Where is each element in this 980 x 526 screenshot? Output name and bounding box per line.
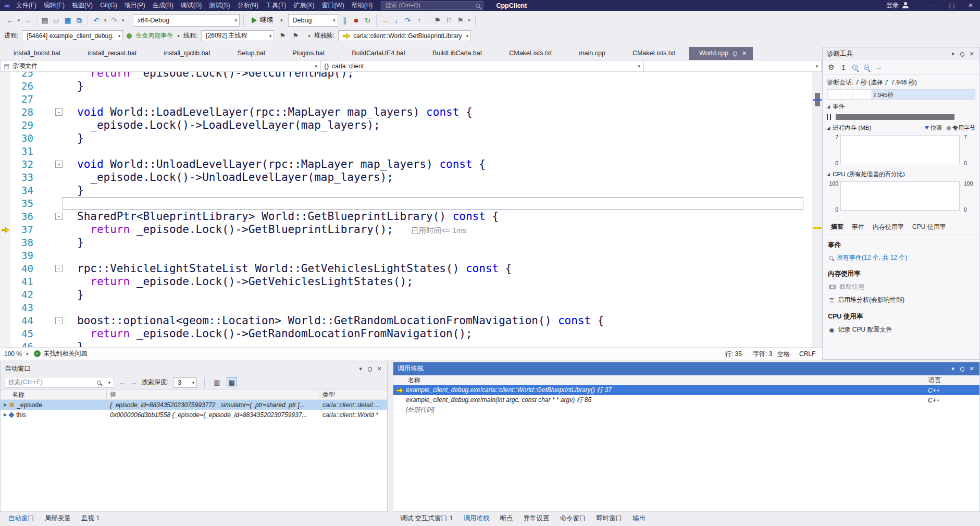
autos-search-input[interactable]: 搜索(Ctrl+E) (5, 377, 114, 388)
bookmark-next-icon[interactable]: ⚑ (455, 15, 466, 26)
redo-icon[interactable]: ↷ (108, 15, 120, 26)
right-pane-tab[interactable]: 断点 (494, 512, 518, 525)
chevron-down-icon[interactable] (173, 33, 180, 39)
take-snapshot-button[interactable]: 截取快照 (823, 280, 979, 293)
document-tab[interactable]: CMakeLists.txt (495, 47, 565, 60)
diagnostics-tab[interactable]: 摘要 (827, 221, 848, 235)
menu-item[interactable]: 分析(N) (233, 0, 262, 11)
cpu-chart[interactable]: 100 0 100 0 (827, 180, 975, 214)
export-icon[interactable]: ↥ (841, 64, 847, 71)
menu-item[interactable]: Git(G) (96, 0, 121, 11)
step-out-icon[interactable]: ↑ (414, 15, 425, 26)
new-file-icon[interactable]: ▤ (39, 15, 51, 26)
chevron-down-icon[interactable] (265, 33, 272, 39)
flag-threads-icon[interactable] (278, 32, 287, 40)
expand-arrow-icon[interactable]: ▶ (4, 402, 7, 407)
search-next-icon[interactable]: → (130, 378, 137, 386)
events-bar[interactable] (836, 114, 954, 120)
window-position-icon[interactable]: ▾ (356, 365, 365, 372)
code-editor[interactable]: 25 return _episode.Lock()->GetCurrentMap… (0, 72, 822, 347)
menu-item[interactable]: 扩展(X) (290, 0, 318, 11)
menu-item[interactable]: 项目(P) (121, 0, 149, 11)
line-number[interactable]: 29 (10, 119, 41, 132)
chevron-down-icon[interactable] (462, 33, 469, 39)
undo-icon[interactable]: ↶ (91, 15, 102, 26)
bookmark-icon[interactable]: ⚑ (432, 15, 443, 26)
pin-icon[interactable] (365, 366, 375, 372)
document-tab[interactable]: main.cpp (565, 47, 619, 60)
thread-dropdown[interactable]: [26092] 主线程 (201, 30, 274, 41)
line-number[interactable]: 41 (10, 275, 41, 288)
document-tab[interactable]: install_boost.bat (0, 47, 74, 60)
collapse-region-icon[interactable]: - (55, 317, 63, 324)
memory-chart-plot[interactable] (840, 135, 960, 164)
chevron-down-icon[interactable] (304, 33, 311, 39)
diagnostics-tab[interactable]: CPU 使用率 (908, 221, 950, 235)
pin-icon[interactable] (732, 51, 738, 56)
step-into-icon[interactable]: ↓ (391, 15, 402, 26)
column-header-language[interactable]: 语言 (925, 376, 979, 385)
search-prev-icon[interactable]: ← (119, 378, 126, 386)
line-number[interactable]: 38 (10, 236, 41, 249)
configuration-dropdown[interactable]: x64-Debug (133, 14, 240, 27)
search-icon[interactable] (97, 381, 101, 385)
close-icon[interactable]: ✕ (967, 365, 976, 372)
debug-profile-dropdown[interactable]: Debug (288, 14, 338, 27)
cpu-chart-plot[interactable] (840, 181, 960, 211)
menu-item[interactable]: 生成(B) (149, 0, 177, 11)
stack-frame-row[interactable]: example_client_debug.exe!main(int argc, … (393, 395, 979, 405)
dropdown-icon[interactable]: ▾ (466, 15, 473, 26)
pause-icon[interactable]: ∥ (339, 15, 351, 26)
show-flagged-threads-icon[interactable] (291, 32, 300, 40)
left-pane-tab[interactable]: 局部变量 (40, 512, 76, 525)
search-icon[interactable] (476, 4, 480, 8)
line-number[interactable]: 46 (10, 340, 41, 347)
right-pane-tab[interactable]: 即时窗口 (591, 512, 627, 525)
chevron-down-icon[interactable] (311, 64, 317, 69)
collapse-region-icon[interactable]: - (55, 265, 63, 272)
right-pane-tab[interactable]: 命令窗口 (554, 512, 591, 525)
memory-chart[interactable]: 7 0 7 0 (827, 134, 975, 167)
step-over-icon[interactable]: ↷ (402, 15, 414, 26)
menu-item[interactable]: 调试(D) (177, 0, 206, 11)
events-section-header[interactable]: 事件 (823, 100, 979, 112)
line-number[interactable]: 36 (10, 210, 41, 223)
line-number[interactable]: 25 (10, 72, 41, 80)
collapse-region-icon[interactable]: - (55, 213, 63, 220)
line-number[interactable]: 30 (10, 132, 41, 145)
reset-view-icon[interactable]: ⇔ (875, 64, 882, 71)
member-dropdown[interactable] (643, 60, 822, 72)
document-tab[interactable]: Plugins.bat (279, 47, 338, 60)
right-pane-tab[interactable]: 调用堆栈 (458, 512, 494, 525)
document-tab[interactable]: install_recast.bat (74, 47, 150, 60)
show-next-statement-icon[interactable]: → (379, 15, 391, 26)
stack-frame-dropdown[interactable]: carla::client::World::GetBlueprintLibrar… (338, 30, 471, 41)
left-pane-tab[interactable]: 监视 1 (76, 512, 105, 525)
column-header-value[interactable]: 值 (107, 390, 319, 399)
right-pane-tab[interactable]: 异常设置 (518, 512, 554, 525)
line-number[interactable]: 26 (10, 80, 41, 93)
line-number[interactable]: 42 (10, 288, 41, 301)
line-number[interactable]: 43 (10, 301, 41, 314)
line-number[interactable]: 28 (10, 106, 41, 119)
restart-icon[interactable]: ↻ (362, 15, 374, 26)
line-number[interactable]: 27 (10, 93, 41, 106)
column-header-name[interactable]: 名称 (393, 376, 925, 385)
menu-item[interactable]: 工具(T) (262, 0, 290, 11)
all-events-link[interactable]: 所有事件(12 个, 共 12 个) (823, 252, 979, 264)
pin-icon[interactable] (958, 366, 967, 372)
document-tab[interactable]: CMakeLists.txt (619, 47, 689, 60)
chevron-down-icon[interactable] (188, 380, 195, 385)
spaces-indicator[interactable]: 空格 (777, 348, 790, 360)
line-number[interactable]: 44 (10, 314, 41, 327)
line-number[interactable]: 32 (10, 158, 41, 171)
lifecycle-events-dropdown[interactable]: 生命周期事件 (135, 31, 180, 40)
line-number[interactable]: 34 (10, 184, 41, 197)
chevron-down-icon[interactable] (230, 18, 237, 23)
chevron-down-icon[interactable] (104, 380, 110, 385)
document-tab[interactable]: World.cpp✕ (689, 47, 753, 60)
close-icon[interactable]: ✕ (967, 51, 976, 57)
dropdown-icon[interactable]: ▾ (16, 15, 22, 26)
minimize-button[interactable]: — (924, 0, 942, 11)
right-pane-tab[interactable]: 输出 (627, 512, 651, 525)
